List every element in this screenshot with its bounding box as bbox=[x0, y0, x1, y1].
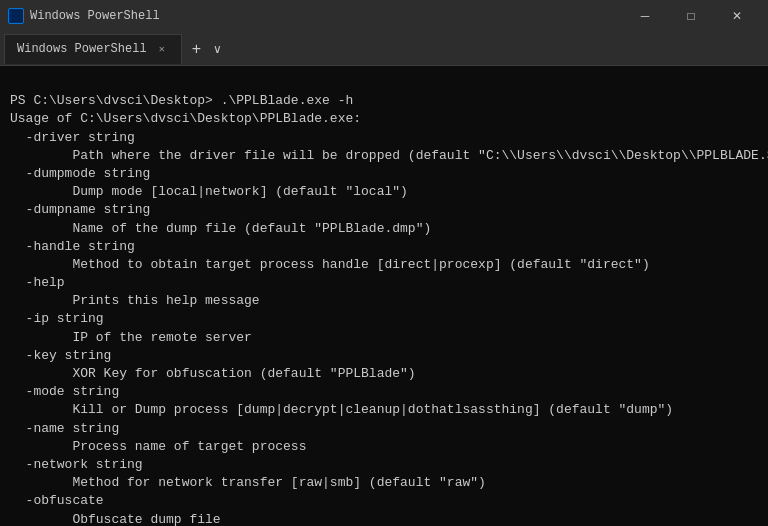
close-button[interactable]: ✕ bbox=[714, 0, 760, 32]
terminal-line: Method for network transfer [raw|smb] (d… bbox=[10, 474, 758, 492]
tab-bar: Windows PowerShell ✕ + ∨ bbox=[0, 32, 768, 66]
terminal-line: -handle string bbox=[10, 238, 758, 256]
terminal-line: -ip string bbox=[10, 310, 758, 328]
terminal-line: -mode string bbox=[10, 383, 758, 401]
terminal-line: -dumpname string bbox=[10, 201, 758, 219]
terminal-line: -obfuscate bbox=[10, 492, 758, 510]
terminal-line: Kill or Dump process [dump|decrypt|clean… bbox=[10, 401, 758, 419]
tab-dropdown-button[interactable]: ∨ bbox=[209, 34, 226, 64]
terminal-line: XOR Key for obfuscation (default "PPLBla… bbox=[10, 365, 758, 383]
terminal-line: -key string bbox=[10, 347, 758, 365]
terminal-line: IP of the remote server bbox=[10, 329, 758, 347]
terminal-line: -help bbox=[10, 274, 758, 292]
title-bar-title: Windows PowerShell bbox=[30, 9, 622, 23]
tab-powershell[interactable]: Windows PowerShell ✕ bbox=[4, 34, 182, 64]
tab-close-icon[interactable]: ✕ bbox=[155, 41, 169, 57]
terminal-line: Name of the dump file (default "PPLBlade… bbox=[10, 220, 758, 238]
tab-label: Windows PowerShell bbox=[17, 42, 147, 56]
terminal-line: Path where the driver file will be dropp… bbox=[10, 147, 758, 165]
terminal-line: Prints this help message bbox=[10, 292, 758, 310]
title-bar-controls: ─ □ ✕ bbox=[622, 0, 760, 32]
title-bar: Windows PowerShell ─ □ ✕ bbox=[0, 0, 768, 32]
terminal-line: Method to obtain target process handle [… bbox=[10, 256, 758, 274]
terminal-line: -network string bbox=[10, 456, 758, 474]
terminal-line: -name string bbox=[10, 420, 758, 438]
terminal-line: Process name of target process bbox=[10, 438, 758, 456]
maximize-button[interactable]: □ bbox=[668, 0, 714, 32]
new-tab-button[interactable]: + bbox=[184, 34, 209, 64]
terminal-line: -driver string bbox=[10, 129, 758, 147]
ps-icon bbox=[8, 8, 24, 24]
terminal-line: -dumpmode string bbox=[10, 165, 758, 183]
terminal-line: Dump mode [local|network] (default "loca… bbox=[10, 183, 758, 201]
terminal-line: PS C:\Users\dvsci\Desktop> .\PPLBlade.ex… bbox=[10, 92, 758, 110]
terminal-line: Obfuscate dump file bbox=[10, 511, 758, 527]
minimize-button[interactable]: ─ bbox=[622, 0, 668, 32]
terminal: PS C:\Users\dvsci\Desktop> .\PPLBlade.ex… bbox=[0, 66, 768, 526]
terminal-line: Usage of C:\Users\dvsci\Desktop\PPLBlade… bbox=[10, 110, 758, 128]
